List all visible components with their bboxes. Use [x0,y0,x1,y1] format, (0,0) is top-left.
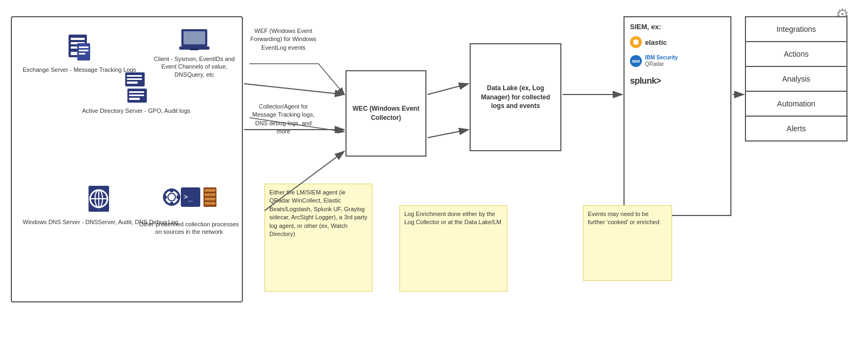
actions-button[interactable]: Actions [745,41,847,67]
active-directory-label: Active Directory Server - GPO, Audit log… [82,107,191,114]
note-lm-siem: Either the LM/SIEM agent (ie QRadar WinC… [265,184,372,292]
ibm-qradar-label: IBM Security QRadar [645,55,678,68]
svg-rect-5 [77,43,90,60]
svg-rect-7 [79,50,89,51]
svg-line-46 [428,130,469,138]
siem-panel: SIEM, ex: elastic IBM IBM Security QRada… [623,16,731,216]
svg-rect-14 [127,75,142,77]
other-processes-icon: >_ [159,185,219,218]
elastic-logo: elastic [630,36,725,48]
windows-dns-icon [86,185,114,216]
svg-line-42 [244,84,344,95]
integrations-button[interactable]: Integrations [745,16,847,42]
svg-rect-19 [129,95,144,96]
svg-line-50 [318,64,344,95]
svg-rect-36 [205,193,215,196]
svg-point-27 [168,193,175,201]
client-item: Client - Sysmon, EventIDs and Event Chan… [147,28,242,78]
splunk-label: splunk> [630,76,661,86]
splunk-logo: splunk> [630,76,725,86]
svg-rect-10 [184,31,205,44]
svg-rect-31 [177,196,180,199]
ibm-qradar-logo: IBM IBM Security QRadar [630,55,725,68]
note-events: Events may need to be further 'cooked' o… [583,205,672,281]
alerts-button[interactable]: Alerts [745,116,847,141]
client-laptop-icon [179,28,209,53]
siem-title: SIEM, ex: [630,23,725,31]
svg-rect-15 [127,78,142,80]
right-panel: Integrations Actions Analysis Automation… [745,16,847,140]
svg-rect-18 [129,91,144,93]
diagram-container: ⚙ Exchange Server - Message [0,0,868,337]
collector-label: Collector/Agent for Message Tracking log… [248,103,318,136]
sources-box: Exchange Server - Message Tracking Logs … [11,16,243,302]
data-lake-box: Data Lake (ex, Log Manager) for collecte… [470,43,561,151]
svg-text:>_: >_ [184,192,193,201]
note-enrichment: Log Enrichment done either by the Log Co… [399,205,507,292]
wef-label: WEF (Windows Event Forwarding) for Windo… [248,27,318,52]
svg-rect-28 [170,188,173,192]
elastic-icon [632,38,640,46]
exchange-server-item: Exchange Server - Message Tracking Logs [23,33,136,73]
svg-rect-1 [71,38,85,40]
svg-rect-30 [163,196,167,199]
svg-rect-20 [129,98,140,100]
active-directory-item: Active Directory Server - GPO, Audit log… [82,71,191,114]
svg-rect-12 [190,49,199,50]
other-processes-label: Other predefined collection processes on… [136,220,242,236]
svg-rect-8 [79,53,85,55]
wec-box: WEC (Windows Event Collector) [345,70,426,157]
elastic-label: elastic [645,38,667,46]
automation-button[interactable]: Automation [745,91,847,117]
analysis-button[interactable]: Analysis [745,66,847,92]
active-directory-icon [124,71,148,105]
svg-rect-16 [127,82,138,84]
svg-rect-35 [205,189,215,192]
svg-rect-6 [79,46,89,48]
other-processes-item: >_ Other predefined collection processes… [136,185,242,236]
svg-rect-29 [170,202,173,206]
exchange-server-icon [66,33,92,64]
ibm-icon: IBM [632,59,640,64]
svg-rect-37 [205,198,215,200]
svg-rect-38 [205,202,215,205]
svg-point-40 [633,42,639,45]
svg-line-45 [428,84,469,95]
